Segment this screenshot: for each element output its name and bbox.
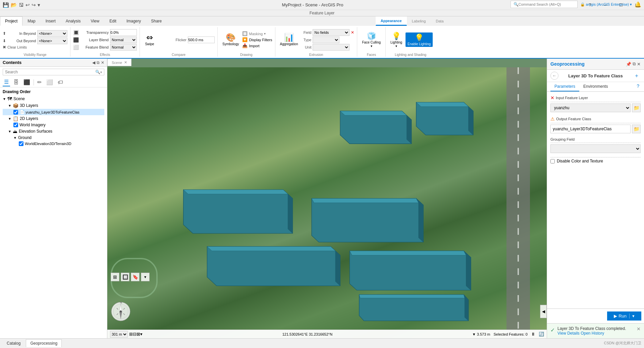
feature-blend-label: Feature Blend: [80, 45, 109, 49]
tab-analysis[interactable]: Analysis: [61, 16, 86, 26]
close-scene-icon[interactable]: ✕: [124, 60, 127, 65]
import-button[interactable]: 📥 Import: [242, 43, 272, 48]
save-icon[interactable]: 💾: [3, 2, 9, 8]
tab-labeling[interactable]: Labeling: [407, 17, 431, 25]
input-fl-select[interactable]: yuanzhu: [550, 103, 631, 112]
zoom-in-button[interactable]: ⊞: [111, 273, 119, 281]
help-icon[interactable]: ?: [635, 82, 641, 91]
layer-blend-select[interactable]: Normal: [110, 37, 137, 43]
draw-icon[interactable]: ✏: [36, 78, 43, 86]
redo-icon[interactable]: ↪: [32, 2, 36, 8]
terrain3d-checkbox[interactable]: [19, 141, 23, 146]
tab-map[interactable]: Map: [22, 16, 40, 26]
run-dropdown-icon[interactable]: ▾: [629, 314, 635, 319]
tab-view[interactable]: View: [86, 16, 104, 26]
tree-item-elevation-surfaces[interactable]: ▼ ⛰ Elevation Surfaces: [3, 128, 104, 135]
display-filters-button[interactable]: 🔽 Display Filters: [242, 37, 272, 42]
field-select[interactable]: No fields: [313, 29, 350, 36]
clear-field-icon[interactable]: ✕: [351, 30, 354, 35]
face-culling-icon: 🧊: [367, 32, 376, 41]
input-fl-folder-button[interactable]: 📁: [632, 103, 641, 112]
tab-imagery[interactable]: Imagery: [121, 16, 146, 26]
grouping-field-select[interactable]: [550, 144, 641, 153]
zoom-out-button[interactable]: 🔲: [121, 273, 129, 281]
float-icon[interactable]: ⧉: [97, 60, 100, 65]
expand-button[interactable]: ◀: [540, 305, 547, 318]
command-search-input[interactable]: [519, 2, 572, 6]
enable-lighting-button[interactable]: 💡 Enable Lighting: [406, 32, 433, 47]
clear-limits-label[interactable]: Clear Limits: [7, 45, 27, 49]
tab-parameters[interactable]: Parameters: [550, 82, 579, 91]
tree-item-2d-layers[interactable]: ▼ 📋 2D Layers: [3, 115, 104, 122]
list-by-data-source-icon[interactable]: 🗄: [12, 79, 20, 86]
compass[interactable]: N: [111, 301, 131, 322]
aggregation-button[interactable]: 📊 Aggregation: [278, 32, 300, 47]
back-button[interactable]: ←: [550, 72, 558, 80]
pin-icon[interactable]: 📌: [626, 62, 631, 67]
map-background[interactable]: ⊞ 🔲 🔖 ▾ N ◀: [107, 67, 547, 338]
contents-search-input[interactable]: [5, 70, 95, 74]
tree-item-yuanzhu[interactable]: 📄 yuanzhu_Layer3DToFeatureClas: [3, 109, 104, 115]
catalog-tab[interactable]: Catalog: [3, 340, 24, 347]
in-beyond-select[interactable]: <None>: [37, 30, 67, 37]
tab-edit[interactable]: Edit: [104, 16, 121, 26]
close-geo-icon[interactable]: ✕: [637, 62, 641, 67]
tab-data[interactable]: Data: [431, 17, 448, 25]
tab-project[interactable]: Project: [0, 16, 22, 26]
tree-item-scene[interactable]: ▼ 🗺 Scene: [3, 95, 104, 102]
view-details-link[interactable]: View Details: [557, 331, 580, 336]
tree-item-terrain3d[interactable]: WorldElevation3D/Terrain3D: [3, 141, 104, 147]
output-fc-folder-button[interactable]: 📁: [632, 125, 641, 133]
masking-button[interactable]: 🔲 Masking ▾: [242, 31, 272, 36]
pause-icon[interactable]: ⏸: [531, 332, 535, 337]
select-icon[interactable]: ⬜: [45, 78, 54, 86]
world-imagery-checkbox[interactable]: [13, 123, 18, 127]
tree-item-3d-layers[interactable]: ▼ 📦 3D Layers: [3, 102, 104, 109]
add-button[interactable]: ＋: [633, 72, 641, 80]
transparency-input[interactable]: [110, 29, 137, 36]
search-dropdown-icon[interactable]: ▾: [100, 70, 102, 74]
dropdown-icon[interactable]: ▾: [38, 2, 40, 8]
close-contents-icon[interactable]: ✕: [101, 60, 104, 65]
float-geo-icon[interactable]: ⧉: [633, 61, 636, 67]
menu-button[interactable]: ▾: [141, 273, 150, 281]
run-button[interactable]: ▶ Run ▾: [607, 311, 641, 321]
undo-icon[interactable]: ↩: [25, 2, 30, 8]
tree-item-ground[interactable]: ▼ Ground: [3, 135, 104, 141]
open-history-link[interactable]: Open History: [581, 331, 604, 336]
svg-marker-8: [183, 190, 288, 194]
feature-blend-select[interactable]: Normal: [110, 44, 137, 51]
tab-insert[interactable]: Insert: [41, 16, 61, 26]
tab-appearance[interactable]: Appearance: [376, 16, 407, 26]
save2-icon[interactable]: 🖫: [19, 2, 24, 8]
scale-select[interactable]: 301 m: [110, 331, 128, 338]
symbology-button[interactable]: 🎨 Symbology: [220, 32, 241, 47]
face-culling-button[interactable]: 🧊 Face Culling ▾: [360, 31, 383, 49]
bookmark-button[interactable]: 🔖: [131, 273, 140, 281]
tab-share[interactable]: Share: [146, 16, 167, 26]
tab-environments[interactable]: Environments: [579, 82, 612, 91]
user-info[interactable]: 🔒 arcgis (ArcGIS Enterprise) ▾: [580, 2, 632, 7]
command-search[interactable]: 🔍: [511, 1, 578, 8]
geoprocessing-bottom-tab[interactable]: Geoprocessing: [26, 339, 62, 347]
notification-icon[interactable]: 🔔: [635, 1, 641, 8]
tree-item-world-imagery[interactable]: World Imagery: [3, 122, 104, 128]
list-by-selection-icon[interactable]: ⬛: [22, 78, 32, 86]
type-select[interactable]: [313, 37, 339, 43]
output-fc-input[interactable]: [550, 125, 631, 133]
unit-select[interactable]: [313, 44, 350, 51]
yuanzhu-checkbox[interactable]: [13, 110, 18, 115]
label-icon[interactable]: 🏷: [56, 79, 64, 86]
close-notification-icon[interactable]: ✕: [637, 326, 641, 332]
map-area[interactable]: Scene ✕: [107, 59, 547, 338]
lighting-button[interactable]: 💡 Lighting ▾: [388, 31, 404, 49]
flicker-input[interactable]: [188, 37, 215, 43]
list-by-drawing-order-icon[interactable]: ☰: [3, 78, 10, 86]
refresh-icon[interactable]: 🔄: [539, 332, 544, 337]
out-beyond-select[interactable]: <None>: [37, 38, 67, 44]
scene-tab-label[interactable]: Scene: [112, 61, 122, 65]
collapse-icon[interactable]: ◀: [92, 60, 95, 65]
disable-color-checkbox[interactable]: [550, 159, 555, 163]
swipe-button[interactable]: ⇔ Swipe: [143, 32, 157, 47]
open-icon[interactable]: 📂: [11, 2, 17, 8]
